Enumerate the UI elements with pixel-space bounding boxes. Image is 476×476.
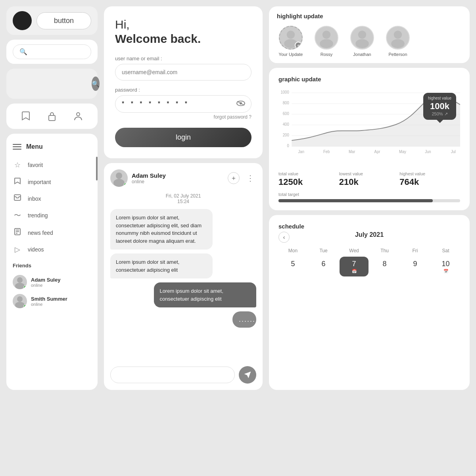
svg-text:Apr: Apr xyxy=(374,150,381,154)
nav-item-important[interactable]: important xyxy=(6,173,98,190)
svg-point-8 xyxy=(15,283,25,289)
hamburger-menu[interactable] xyxy=(13,144,21,150)
send-button[interactable] xyxy=(239,366,256,384)
search-input-2[interactable] xyxy=(19,81,88,87)
svg-point-18 xyxy=(287,31,295,39)
play-icon: ▷ xyxy=(13,245,22,254)
add-story-icon: ＋ xyxy=(295,42,302,49)
nav-item-inbox[interactable]: inbox xyxy=(6,190,98,207)
highlight-name-petterson: Petterson xyxy=(388,52,407,57)
more-options-button[interactable]: ⋮ xyxy=(244,172,256,184)
calendar-grid: Mon Tue Wed Thu Fri Sat 5 6 7 📅 8 xyxy=(278,246,460,276)
password-label: password : xyxy=(115,87,251,93)
schedule-card: schedule ‹ July 2021 Mon Tue Wed Thu Fri… xyxy=(269,215,470,390)
svg-point-22 xyxy=(358,31,367,39)
search-bar-2[interactable]: 🔍 xyxy=(13,73,91,94)
progress-bar-bg xyxy=(278,199,460,202)
calendar-prev-button[interactable]: ‹ xyxy=(278,232,290,243)
calendar-nav: ‹ July 2021 xyxy=(278,231,460,243)
chat-user-status: online xyxy=(132,179,166,184)
progress-label: total target xyxy=(278,192,460,197)
search-icon-2: 🔍 xyxy=(92,80,100,88)
your-update-avatar: ＋ xyxy=(279,26,303,50)
search-button[interactable]: 🔍 xyxy=(92,77,100,91)
newsfeed-icon xyxy=(13,228,22,237)
button-label[interactable]: button xyxy=(36,12,91,29)
cal-day-8[interactable]: 8 xyxy=(370,257,399,276)
stat-total-value: total value 1250k xyxy=(278,171,339,187)
svg-point-14 xyxy=(116,173,122,179)
friend-item-adam[interactable]: Adam Suley online xyxy=(13,273,91,292)
search-card-2: 🔍 xyxy=(6,69,98,99)
friends-title: Friends xyxy=(13,263,91,269)
nav-label-important: important xyxy=(28,179,51,185)
svg-marker-17 xyxy=(245,372,251,378)
chat-avatar xyxy=(110,169,128,187)
bookmark-icon[interactable] xyxy=(18,108,34,124)
search-input-1[interactable] xyxy=(31,49,100,55)
stat-lowest-value: lowest value 210k xyxy=(339,171,400,187)
search-bar-1[interactable]: 🔍 xyxy=(13,44,91,59)
login-card: Hi, Welcome back. user name or email : p… xyxy=(104,6,263,158)
friend-item-smith[interactable]: Smith Summer online xyxy=(13,292,91,311)
menu-title: Menu xyxy=(26,143,43,150)
message-3: Lorem ipsum dolor sit amet, consectetuer… xyxy=(154,282,256,307)
highlight-item-your-update[interactable]: ＋ Your Update xyxy=(277,26,305,57)
nav-label-newsfeed: news feed xyxy=(28,230,53,236)
cal-day-7[interactable]: 7 📅 xyxy=(340,257,369,276)
button-card: button xyxy=(6,6,98,35)
user-icon[interactable] xyxy=(70,108,86,124)
cal-day-10[interactable]: 10 📅 xyxy=(431,257,460,276)
add-chat-button[interactable]: ＋ xyxy=(228,172,240,184)
calendar-event-icon: 📅 xyxy=(341,269,367,273)
svg-text:Feb: Feb xyxy=(323,150,330,154)
cal-header-fri: Fri xyxy=(401,246,430,255)
svg-point-7 xyxy=(17,277,23,283)
cal-day-6[interactable]: 6 xyxy=(309,257,338,276)
svg-text:May: May xyxy=(399,150,406,154)
svg-line-13 xyxy=(237,102,244,106)
highlight-item-petterson[interactable]: Petterson xyxy=(384,26,412,57)
chat-date: Fri, 02 July 2021 15:24 xyxy=(110,193,256,204)
menu-header: Menu xyxy=(6,140,98,157)
friend-status-smith: online xyxy=(31,302,67,307)
cal-header-mon: Mon xyxy=(278,246,307,255)
stat-label-total: total value xyxy=(278,171,339,176)
nav-item-newsfeed[interactable]: news feed xyxy=(6,224,98,241)
highlight-item-rossy[interactable]: Rossy xyxy=(313,26,340,57)
chart-tooltip: highest value 100k 250% ↗ xyxy=(423,93,456,120)
highlight-name-rossy: Rossy xyxy=(321,52,333,57)
login-button[interactable]: login xyxy=(115,128,251,147)
trending-icon: 〜 xyxy=(13,211,22,220)
nav-item-trending[interactable]: 〜 trending xyxy=(6,207,98,224)
svg-point-10 xyxy=(15,302,25,308)
cal-header-tue: Tue xyxy=(309,246,338,255)
chat-input[interactable] xyxy=(110,367,235,383)
search-icon: 🔍 xyxy=(19,48,27,56)
svg-text:800: 800 xyxy=(283,101,289,105)
nav-label-trending: trending xyxy=(28,212,48,219)
password-field[interactable] xyxy=(115,95,251,113)
chart-area: highest value 100k 250% ↗ 1000 800 600 4… xyxy=(278,89,460,168)
email-field[interactable] xyxy=(115,64,251,81)
svg-rect-0 xyxy=(49,115,55,121)
chat-input-row xyxy=(110,366,256,384)
nav-item-videos[interactable]: ▷ videos xyxy=(6,241,98,258)
tooltip-label: highest value xyxy=(428,96,451,100)
friend-avatar-smith xyxy=(13,294,27,308)
nav-item-favorit[interactable]: ☆ favorit xyxy=(6,157,98,173)
cal-day-5[interactable]: 5 xyxy=(278,257,307,276)
eye-icon[interactable] xyxy=(236,100,245,108)
highlight-item-jonathan[interactable]: Jonathan xyxy=(348,26,376,57)
highlight-list: ＋ Your Update Rossy Jonathan xyxy=(277,26,462,57)
icon-row xyxy=(6,104,98,129)
forgot-password-link[interactable]: forgot password ? xyxy=(115,114,251,120)
svg-point-24 xyxy=(394,31,402,39)
cal-day-9[interactable]: 9 xyxy=(401,257,430,276)
svg-text:0: 0 xyxy=(287,144,289,148)
lock-icon[interactable] xyxy=(44,108,60,124)
svg-text:600: 600 xyxy=(283,111,289,116)
tooltip-value: 100k xyxy=(428,101,451,111)
svg-text:Jul: Jul xyxy=(451,150,456,154)
svg-text:Jun: Jun xyxy=(425,150,431,154)
